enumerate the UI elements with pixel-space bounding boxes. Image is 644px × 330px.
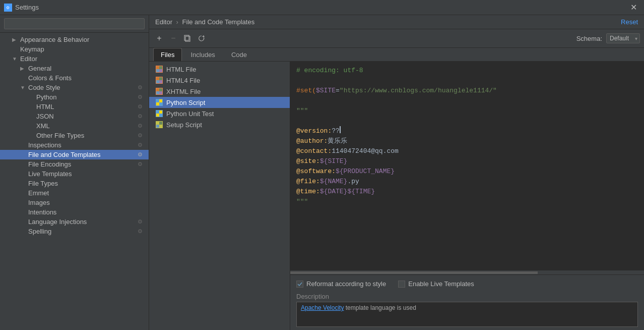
arrow-spacer [20,229,28,234]
breadcrumb-current: File and Code Templates [182,18,255,26]
reformat-label: Reformat according to style [306,280,386,288]
html-file-icon [155,65,163,73]
sidebar-item-appearance[interactable]: ▶ Appearance & Behavior [0,35,149,44]
sidebar-item-inspections[interactable]: Inspections ⚙ [0,140,149,150]
search-input[interactable] [4,18,145,29]
code-line: #set( $SITE = "https://www.cnblogs.com/h… [290,86,644,96]
arrow-spacer [28,114,36,119]
code-line [290,76,644,86]
gear-icon: ⚙ [138,161,145,168]
checkbox-icon [296,281,303,288]
code-line: """ [290,197,644,207]
file-item-python-unit-test[interactable]: Python Unit Test [149,108,290,119]
breadcrumb-parent: Editor [155,18,172,26]
velocity-link[interactable]: Apache Velocity [301,304,344,311]
sidebar-item-html[interactable]: HTML ⚙ [0,102,149,112]
remove-template-button[interactable]: − [167,32,179,44]
breadcrumb: Editor › File and Code Templates [155,18,254,26]
sidebar-item-json[interactable]: JSON ⚙ [0,112,149,121]
arrow-spacer [20,209,28,215]
arrow-spacer [20,171,28,177]
arrow-spacer [20,190,28,196]
sidebar-item-colors-fonts[interactable]: Colors & Fonts [0,73,149,83]
reset-button[interactable]: Reset [621,18,638,26]
file-item-setup-script[interactable]: Setup Script [149,119,290,130]
add-template-button[interactable]: + [153,32,165,44]
arrow-spacer [28,104,36,109]
sidebar-item-file-encodings[interactable]: File Encodings ⚙ [0,159,149,169]
html4-file-icon [155,76,163,84]
gear-icon: ⚙ [138,84,145,91]
arrow-spacer [20,181,28,186]
sidebar-item-file-and-code[interactable]: File and Code Templates ⚙ [0,150,149,159]
sidebar-item-keymap[interactable]: Keymap [0,44,149,54]
sidebar-item-spelling[interactable]: Spelling ⚙ [0,227,149,236]
app-icon: ⚙ [4,4,12,12]
scrollbar-thumb[interactable] [290,271,538,274]
sidebar-item-other-file-types[interactable]: Other File Types ⚙ [0,131,149,140]
gear-icon: ⚙ [138,142,145,149]
file-item-name: Python Unit Test [166,110,214,118]
sidebar-item-emmet[interactable]: Emmet [0,188,149,198]
sidebar-item-intentions[interactable]: Intentions [0,207,149,217]
code-line: @version: ?? [290,126,644,136]
arrow-spacer [20,219,28,225]
description-box: Apache Velocity template language is use… [296,302,638,327]
code-editor[interactable]: # encoding: utf-8 #set( $SITE = "https:/… [290,62,644,274]
arrow-icon: ▼ [12,56,20,62]
sidebar-item-xml[interactable]: XML ⚙ [0,121,149,131]
file-item-name: Setup Script [166,121,202,129]
tab-files[interactable]: Files [153,48,182,61]
checkboxes-row: Reformat according to style Enable Live … [296,278,638,290]
schema-select[interactable]: Default Project [606,33,640,43]
sidebar-item-images[interactable]: Images [0,198,149,207]
file-list: HTML File HTML4 File XHTML File [149,62,290,330]
code-line: @time: ${DATE} ${TIME} [290,187,644,197]
restore-template-button[interactable] [196,32,208,44]
live-templates-checkbox[interactable]: Enable Live Templates [398,280,474,288]
python-script-icon [155,98,163,106]
file-item-html4[interactable]: HTML4 File [149,75,290,86]
gear-icon: ⚙ [138,103,145,111]
reformat-checkbox[interactable]: Reformat according to style [296,280,386,288]
schema-label: Schema: [576,35,602,42]
code-line: """ [290,106,644,116]
copy-template-button[interactable] [181,32,194,44]
sidebar-item-editor[interactable]: ▼ Editor [0,54,149,64]
close-button[interactable]: ✕ [627,2,640,13]
description-suffix: template language is used [346,304,416,311]
sidebar-item-general[interactable]: ▶ General [0,64,149,73]
file-item-python-script[interactable]: Python Script [149,97,290,108]
file-item-name: XHTML File [166,88,201,95]
svg-text:⚙: ⚙ [6,6,10,10]
sidebar-item-code-style[interactable]: ▼ Code Style ⚙ [0,83,149,92]
sidebar-item-file-types[interactable]: File Types [0,179,149,188]
code-line [290,96,644,106]
sidebar-item-lang-injections[interactable]: Language Injections ⚙ [0,217,149,227]
code-line: @file: ${NAME} .py [290,177,644,187]
code-line: @software: ${PRODUCT_NAME} [290,167,644,177]
arrow-spacer [20,200,28,205]
gear-icon: ⚙ [138,132,145,139]
arrow-icon: ▶ [12,37,20,42]
file-item-xhtml[interactable]: XHTML File [149,86,290,97]
setup-script-icon [155,121,163,129]
gear-icon: ⚙ [138,113,145,120]
xhtml-file-icon [155,87,163,95]
file-item-html[interactable]: HTML File [149,64,290,75]
checkmark-icon [297,282,302,287]
sidebar-item-live-templates[interactable]: Live Templates [0,169,149,179]
sidebar: ▶ Appearance & Behavior Keymap ▼ Editor … [0,15,149,330]
sidebar-item-python[interactable]: Python ⚙ [0,92,149,102]
file-item-name: Python Script [166,99,205,106]
code-line [290,116,644,126]
arrow-icon: ▼ [20,85,28,90]
arrow-spacer [12,46,20,52]
schema-bar: Schema: Default Project [576,33,640,43]
code-area: # encoding: utf-8 #set( $SITE = "https:/… [290,62,644,330]
arrow-spacer [28,123,36,129]
scrollbar-h[interactable] [290,270,644,274]
tab-code[interactable]: Code [224,48,254,61]
gear-icon: ⚙ [138,123,145,130]
tab-includes[interactable]: Includes [183,48,222,61]
